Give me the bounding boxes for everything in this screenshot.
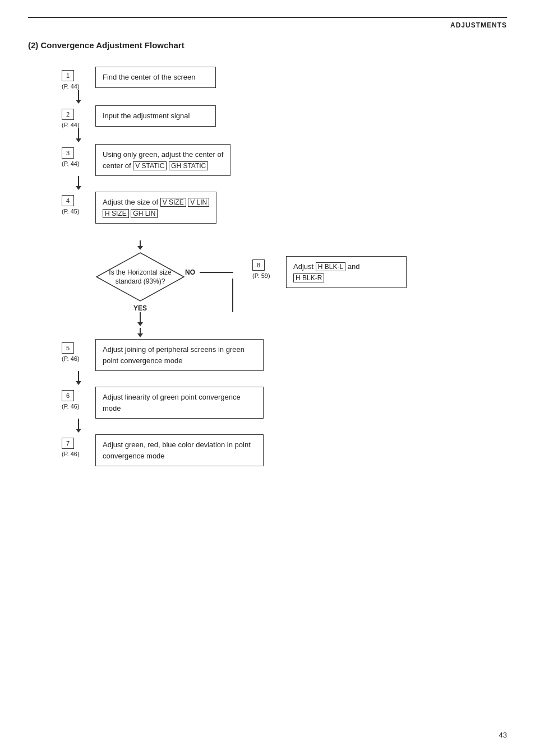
step-8-middle: and bbox=[348, 262, 360, 271]
step-3-num-col: 3 (P. 44) bbox=[62, 144, 95, 167]
step-4-label-prefix: Adjust the size of bbox=[103, 198, 158, 206]
step-4: 4 (P. 45) Adjust the size of V SIZE V LI… bbox=[62, 192, 507, 224]
arrow-from-yes bbox=[95, 328, 507, 339]
step-2-num-col: 2 (P. 44) bbox=[62, 105, 95, 128]
step-3-content: Using only green, adjust the center of c… bbox=[95, 144, 230, 176]
step-4-content: Adjust the size of V SIZE V LIN H SIZE G… bbox=[95, 192, 216, 224]
diamond-box: Is the Horizontal size standard (93%)? bbox=[95, 252, 185, 302]
step-4-num: 4 bbox=[62, 195, 74, 206]
header-bar: ADJUSTMENTS bbox=[28, 21, 507, 29]
step-3-num: 3 bbox=[62, 147, 74, 159]
step-6-num-col: 6 (P. 46) bbox=[62, 387, 95, 410]
page-number: 43 bbox=[499, 731, 507, 739]
step-2-page: (P. 44) bbox=[62, 122, 80, 128]
header-title: ADJUSTMENTS bbox=[450, 21, 507, 29]
step-8-num-col: 8 (P. 59) bbox=[252, 256, 286, 279]
step-8-num: 8 bbox=[252, 259, 265, 271]
decision-left: Is the Horizontal size standard (93%)? Y… bbox=[95, 240, 185, 328]
step-1-page: (P. 44) bbox=[62, 83, 80, 90]
yes-label: YES bbox=[133, 304, 147, 312]
step-8-content: Adjust H BLK-L and H BLK-R bbox=[286, 256, 407, 288]
arrow-1 bbox=[62, 90, 507, 105]
step-3-tag-1: V STATIC bbox=[133, 161, 167, 170]
no-branch: NO bbox=[185, 268, 233, 276]
step-5: 5 (P. 46) Adjust joining of peripheral s… bbox=[62, 339, 507, 371]
step-7: 7 (P. 46) Adjust green, red, blue color … bbox=[62, 434, 507, 466]
step-6-page: (P. 46) bbox=[62, 403, 80, 410]
arrow-5 bbox=[62, 371, 507, 387]
step-8-tag-hblkr: H BLK-R bbox=[293, 273, 324, 282]
section-title: (2) Convergence Adjustment Flowchart bbox=[28, 40, 507, 50]
diamond-text: Is the Horizontal size standard (93%)? bbox=[95, 252, 185, 302]
decision-section: Is the Horizontal size standard (93%)? Y… bbox=[95, 240, 507, 328]
arrow-3 bbox=[62, 176, 507, 192]
step-3-tag-2: GH STATIC bbox=[169, 161, 208, 170]
spacer-before-diamond bbox=[62, 224, 507, 240]
step-8-prefix: Adjust bbox=[293, 262, 313, 271]
step-8-page: (P. 59) bbox=[252, 272, 270, 279]
no-label: NO bbox=[185, 268, 195, 276]
step-2: 2 (P. 44) Input the adjustment signal bbox=[62, 105, 507, 128]
step-1: 1 (P. 44) Find the center of the screen bbox=[62, 67, 507, 90]
step-4-num-col: 4 (P. 45) bbox=[62, 192, 95, 215]
step-6: 6 (P. 46) Adjust linearity of green poin… bbox=[62, 387, 507, 419]
step-4-tag-gh-lin: GH LIN bbox=[131, 209, 158, 218]
step-7-num: 7 bbox=[62, 438, 74, 449]
step-3-text: Using only green, adjust the center of bbox=[103, 150, 223, 159]
step-5-num: 5 bbox=[62, 342, 74, 354]
step-3-page: (P. 44) bbox=[62, 160, 80, 167]
step-4-tag-v-size: V SIZE bbox=[160, 198, 186, 207]
step-7-page: (P. 46) bbox=[62, 451, 80, 457]
step-8-wrapper: 8 (P. 59) Adjust H BLK-L and H BLK-R bbox=[252, 256, 407, 288]
step-4-tag-v-lin: V LIN bbox=[188, 198, 209, 207]
arrow-2 bbox=[62, 128, 507, 144]
step-1-content: Find the center of the screen bbox=[95, 67, 216, 88]
step-4-page: (P. 45) bbox=[62, 208, 80, 215]
step-6-num: 6 bbox=[62, 390, 74, 401]
header-rule bbox=[28, 17, 507, 18]
step-6-content: Adjust linearity of green point converge… bbox=[95, 387, 264, 419]
step-1-num-col: 1 (P. 44) bbox=[62, 67, 95, 90]
step-1-num: 1 bbox=[62, 70, 74, 81]
step-3-label-prefix: center of bbox=[103, 161, 133, 170]
flowchart: 1 (P. 44) Find the center of the screen … bbox=[62, 67, 507, 466]
step-5-page: (P. 46) bbox=[62, 355, 80, 362]
step-2-content: Input the adjustment signal bbox=[95, 105, 216, 127]
step-5-content: Adjust joining of peripheral screens in … bbox=[95, 339, 264, 371]
step-5-num-col: 5 (P. 46) bbox=[62, 339, 95, 362]
h-line-no bbox=[200, 272, 233, 273]
step-7-num-col: 7 (P. 46) bbox=[62, 434, 95, 457]
step-7-content: Adjust green, red, blue color deviation … bbox=[95, 434, 264, 466]
step-4-tag-h-size: H SIZE bbox=[103, 209, 129, 218]
step-2-num: 2 bbox=[62, 109, 74, 120]
page-container: ADJUSTMENTS (2) Convergence Adjustment F… bbox=[0, 0, 535, 756]
step-8-tag-hblkl: H BLK-L bbox=[316, 262, 345, 271]
step-3: 3 (P. 44) Using only green, adjust the c… bbox=[62, 144, 507, 176]
arrow-6 bbox=[62, 419, 507, 434]
